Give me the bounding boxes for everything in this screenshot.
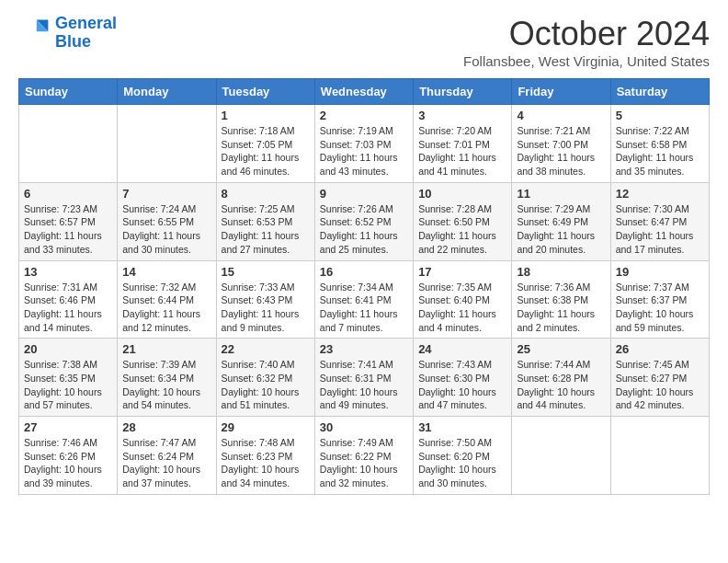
header: General Blue October 2024 Follansbee, We…	[18, 15, 710, 69]
day-info: Sunrise: 7:47 AMSunset: 6:24 PMDaylight:…	[122, 436, 210, 490]
header-day: Saturday	[610, 79, 709, 105]
calendar-cell: 6Sunrise: 7:23 AMSunset: 6:57 PMDaylight…	[19, 182, 118, 260]
day-info: Sunrise: 7:44 AMSunset: 6:28 PMDaylight:…	[517, 358, 605, 412]
calendar-cell: 2Sunrise: 7:19 AMSunset: 7:03 PMDaylight…	[314, 105, 413, 183]
day-info: Sunrise: 7:34 AMSunset: 6:41 PMDaylight:…	[320, 281, 408, 335]
day-number: 19	[616, 265, 704, 279]
day-number: 2	[320, 109, 408, 122]
day-info: Sunrise: 7:40 AMSunset: 6:32 PMDaylight:…	[222, 358, 310, 412]
day-info: Sunrise: 7:41 AMSunset: 6:31 PMDaylight:…	[320, 358, 408, 412]
calendar-cell: 19Sunrise: 7:37 AMSunset: 6:37 PMDayligh…	[610, 260, 709, 339]
calendar-cell: 25Sunrise: 7:44 AMSunset: 6:28 PMDayligh…	[512, 339, 610, 417]
day-number: 16	[320, 265, 408, 279]
calendar-cell: 24Sunrise: 7:43 AMSunset: 6:30 PMDayligh…	[414, 339, 512, 417]
day-info: Sunrise: 7:38 AMSunset: 6:35 PMDaylight:…	[24, 358, 112, 412]
calendar-table: SundayMondayTuesdayWednesdayThursdayFrid…	[18, 78, 710, 495]
page: General Blue October 2024 Follansbee, We…	[0, 0, 728, 513]
calendar-cell	[610, 417, 709, 495]
day-info: Sunrise: 7:28 AMSunset: 6:50 PMDaylight:…	[418, 202, 506, 257]
day-info: Sunrise: 7:18 AMSunset: 7:05 PMDaylight:…	[222, 124, 310, 178]
calendar-cell: 3Sunrise: 7:20 AMSunset: 7:01 PMDaylight…	[414, 105, 512, 183]
header-day: Wednesday	[314, 79, 413, 105]
day-number: 28	[122, 420, 210, 434]
calendar-cell: 11Sunrise: 7:29 AMSunset: 6:49 PMDayligh…	[512, 182, 610, 260]
day-number: 4	[517, 109, 605, 122]
logo-icon	[18, 17, 51, 50]
calendar-week: 20Sunrise: 7:38 AMSunset: 6:35 PMDayligh…	[19, 339, 710, 417]
day-info: Sunrise: 7:29 AMSunset: 6:49 PMDaylight:…	[517, 202, 605, 257]
calendar-week: 6Sunrise: 7:23 AMSunset: 6:57 PMDaylight…	[19, 182, 710, 260]
day-number: 15	[222, 265, 310, 279]
day-number: 29	[222, 420, 310, 434]
day-number: 13	[24, 265, 112, 279]
day-info: Sunrise: 7:30 AMSunset: 6:47 PMDaylight:…	[616, 202, 704, 257]
day-number: 31	[418, 420, 506, 434]
header-day: Tuesday	[216, 79, 314, 105]
day-number: 6	[24, 187, 112, 201]
day-info: Sunrise: 7:24 AMSunset: 6:55 PMDaylight:…	[122, 202, 210, 257]
calendar-cell: 29Sunrise: 7:48 AMSunset: 6:23 PMDayligh…	[216, 417, 314, 495]
calendar-cell: 12Sunrise: 7:30 AMSunset: 6:47 PMDayligh…	[610, 182, 709, 260]
day-info: Sunrise: 7:21 AMSunset: 7:00 PMDaylight:…	[517, 124, 605, 178]
day-info: Sunrise: 7:33 AMSunset: 6:43 PMDaylight:…	[222, 281, 310, 335]
header-day: Thursday	[414, 79, 512, 105]
day-info: Sunrise: 7:32 AMSunset: 6:44 PMDaylight:…	[122, 281, 210, 335]
day-number: 14	[122, 265, 210, 279]
day-number: 3	[418, 109, 506, 122]
calendar-cell: 31Sunrise: 7:50 AMSunset: 6:20 PMDayligh…	[414, 417, 512, 495]
calendar-week: 13Sunrise: 7:31 AMSunset: 6:46 PMDayligh…	[19, 260, 710, 339]
day-info: Sunrise: 7:22 AMSunset: 6:58 PMDaylight:…	[616, 124, 704, 178]
calendar-cell: 27Sunrise: 7:46 AMSunset: 6:26 PMDayligh…	[19, 417, 118, 495]
calendar-cell: 18Sunrise: 7:36 AMSunset: 6:38 PMDayligh…	[512, 260, 610, 339]
day-number: 11	[517, 187, 605, 201]
calendar-cell: 21Sunrise: 7:39 AMSunset: 6:34 PMDayligh…	[118, 339, 216, 417]
location: Follansbee, West Virginia, United States	[463, 53, 710, 69]
day-info: Sunrise: 7:43 AMSunset: 6:30 PMDaylight:…	[418, 358, 506, 412]
day-number: 10	[418, 187, 506, 201]
day-number: 8	[222, 187, 310, 201]
calendar-cell: 22Sunrise: 7:40 AMSunset: 6:32 PMDayligh…	[216, 339, 314, 417]
calendar-cell: 8Sunrise: 7:25 AMSunset: 6:53 PMDaylight…	[216, 182, 314, 260]
calendar-cell	[118, 105, 216, 183]
calendar-cell: 13Sunrise: 7:31 AMSunset: 6:46 PMDayligh…	[19, 260, 118, 339]
day-info: Sunrise: 7:39 AMSunset: 6:34 PMDaylight:…	[122, 358, 210, 412]
day-number: 12	[616, 187, 704, 201]
calendar-week: 27Sunrise: 7:46 AMSunset: 6:26 PMDayligh…	[19, 417, 710, 495]
calendar-cell: 23Sunrise: 7:41 AMSunset: 6:31 PMDayligh…	[314, 339, 413, 417]
day-number: 20	[24, 342, 112, 356]
calendar-cell: 1Sunrise: 7:18 AMSunset: 7:05 PMDaylight…	[216, 105, 314, 183]
day-number: 18	[517, 265, 605, 279]
day-number: 9	[320, 187, 408, 201]
calendar-cell: 10Sunrise: 7:28 AMSunset: 6:50 PMDayligh…	[414, 182, 512, 260]
calendar-cell: 30Sunrise: 7:49 AMSunset: 6:22 PMDayligh…	[314, 417, 413, 495]
day-number: 26	[616, 342, 704, 356]
day-info: Sunrise: 7:45 AMSunset: 6:27 PMDaylight:…	[616, 358, 704, 412]
day-info: Sunrise: 7:46 AMSunset: 6:26 PMDaylight:…	[24, 436, 112, 490]
calendar-cell	[512, 417, 610, 495]
calendar-cell: 17Sunrise: 7:35 AMSunset: 6:40 PMDayligh…	[414, 260, 512, 339]
day-number: 1	[222, 109, 310, 122]
day-info: Sunrise: 7:26 AMSunset: 6:52 PMDaylight:…	[320, 202, 408, 257]
calendar-cell: 4Sunrise: 7:21 AMSunset: 7:00 PMDaylight…	[512, 105, 610, 183]
day-info: Sunrise: 7:25 AMSunset: 6:53 PMDaylight:…	[222, 202, 310, 257]
day-number: 17	[418, 265, 506, 279]
day-number: 7	[122, 187, 210, 201]
day-info: Sunrise: 7:50 AMSunset: 6:20 PMDaylight:…	[418, 436, 506, 490]
day-info: Sunrise: 7:35 AMSunset: 6:40 PMDaylight:…	[418, 281, 506, 335]
day-info: Sunrise: 7:49 AMSunset: 6:22 PMDaylight:…	[320, 436, 408, 490]
day-number: 21	[122, 342, 210, 356]
day-info: Sunrise: 7:19 AMSunset: 7:03 PMDaylight:…	[320, 124, 408, 178]
day-number: 25	[517, 342, 605, 356]
calendar-cell: 14Sunrise: 7:32 AMSunset: 6:44 PMDayligh…	[118, 260, 216, 339]
calendar-cell: 5Sunrise: 7:22 AMSunset: 6:58 PMDaylight…	[610, 105, 709, 183]
title-block: October 2024 Follansbee, West Virginia, …	[463, 15, 710, 69]
calendar-week: 1Sunrise: 7:18 AMSunset: 7:05 PMDaylight…	[19, 105, 710, 183]
day-info: Sunrise: 7:31 AMSunset: 6:46 PMDaylight:…	[24, 281, 112, 335]
header-day: Monday	[118, 79, 216, 105]
day-info: Sunrise: 7:23 AMSunset: 6:57 PMDaylight:…	[24, 202, 112, 257]
calendar-cell: 28Sunrise: 7:47 AMSunset: 6:24 PMDayligh…	[118, 417, 216, 495]
day-info: Sunrise: 7:48 AMSunset: 6:23 PMDaylight:…	[222, 436, 310, 490]
calendar-cell: 20Sunrise: 7:38 AMSunset: 6:35 PMDayligh…	[19, 339, 118, 417]
day-number: 27	[24, 420, 112, 434]
calendar-cell: 26Sunrise: 7:45 AMSunset: 6:27 PMDayligh…	[610, 339, 709, 417]
